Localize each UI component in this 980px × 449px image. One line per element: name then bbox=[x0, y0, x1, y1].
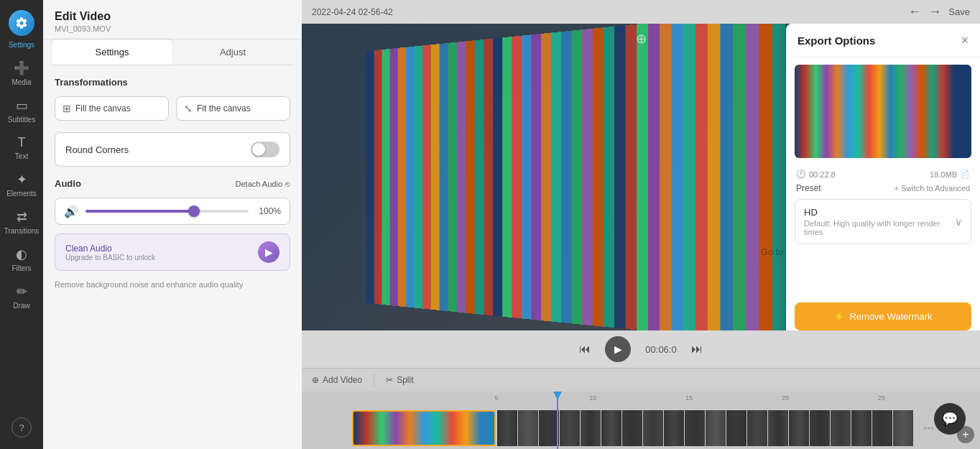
clock-icon: 🕐 bbox=[796, 170, 806, 179]
clean-audio-row: Clean Audio Upgrade to BASIC to unlock ▶ bbox=[55, 233, 290, 271]
clean-audio-subtitle: Upgrade to BASIC to unlock bbox=[65, 254, 155, 261]
thumb-7 bbox=[622, 410, 642, 446]
export-preset-row: Preset + Switch to Advanced bbox=[786, 183, 980, 193]
tab-bar: Settings Adjust bbox=[52, 40, 293, 65]
export-panel: Export Options × 🕐 00:22.8 18.0MB 📄 Pres… bbox=[786, 24, 980, 330]
add-video-icon: ⊕ bbox=[312, 375, 319, 385]
export-meta: 🕐 00:22.8 18.0MB 📄 bbox=[786, 165, 980, 183]
transformations-title: Transformations bbox=[55, 77, 290, 88]
audio-title: Audio bbox=[55, 178, 81, 189]
save-button[interactable]: Save bbox=[948, 6, 970, 17]
sidebar-media-label: Media bbox=[11, 78, 31, 86]
export-duration: 🕐 00:22.8 bbox=[796, 170, 836, 179]
export-thumbnail bbox=[795, 65, 971, 158]
tab-settings[interactable]: Settings bbox=[52, 40, 172, 65]
thumb-19 bbox=[872, 410, 892, 446]
ruler-mark-5: 5 bbox=[448, 394, 545, 402]
volume-slider[interactable] bbox=[85, 204, 249, 218]
clean-audio-button[interactable]: ▶ bbox=[258, 241, 279, 263]
preset-card[interactable]: HD Default: High quality with longer ren… bbox=[795, 199, 971, 244]
slider-track bbox=[85, 210, 249, 213]
thumb-16 bbox=[810, 410, 830, 446]
sidebar-item-media[interactable]: ➕ Media bbox=[3, 56, 40, 91]
timeline-track[interactable] bbox=[352, 410, 958, 446]
sidebar-text-label: Text bbox=[15, 152, 28, 160]
track-highlight bbox=[352, 410, 496, 446]
fill-canvas-icon: ⊞ bbox=[63, 103, 71, 114]
thumb-5 bbox=[581, 410, 601, 446]
filters-icon: ◐ bbox=[16, 246, 27, 262]
preset-description: Default: High quality with longer render… bbox=[804, 219, 955, 236]
switch-advanced-button[interactable]: + Switch to Advanced bbox=[895, 184, 970, 193]
export-header: Export Options × bbox=[786, 24, 980, 57]
play-button[interactable]: ▶ bbox=[605, 336, 631, 362]
export-close-button[interactable]: × bbox=[961, 34, 969, 47]
preset-name: HD bbox=[804, 207, 955, 218]
thumb-14 bbox=[768, 410, 788, 446]
round-corners-row: Round Corners bbox=[55, 132, 290, 167]
chat-button[interactable]: 💬 bbox=[934, 403, 966, 435]
sidebar-item-draw[interactable]: ✏ Draw bbox=[3, 279, 40, 314]
ruler-mark-15: 15 bbox=[641, 394, 737, 402]
subtitles-icon: ▭ bbox=[16, 98, 28, 114]
thumb-17 bbox=[831, 410, 851, 446]
thumb-11 bbox=[706, 410, 726, 446]
split-label: Split bbox=[397, 375, 413, 385]
fill-canvas-button[interactable]: ⊞ Fill the canvas bbox=[55, 96, 169, 121]
video-toolbar: 2022-04-24 02-56-42 ← → Save bbox=[302, 0, 980, 24]
main-area: 2022-04-24 02-56-42 ← → Save ⊕ Activate … bbox=[302, 0, 980, 449]
clean-audio-info: Clean Audio Upgrade to BASIC to unlock bbox=[65, 244, 155, 261]
thumb-8 bbox=[643, 410, 663, 446]
audio-note: Remove background noise and enhance audi… bbox=[55, 279, 290, 290]
volume-percent: 100% bbox=[256, 206, 281, 216]
sidebar-item-subtitles[interactable]: ▭ Subtitles bbox=[3, 93, 40, 128]
add-video-button[interactable]: ⊕ Add Video bbox=[312, 375, 362, 385]
fit-canvas-button[interactable]: ⤡ Fit the canvas bbox=[176, 96, 290, 121]
timeline-strip: 5 10 15 20 25 bbox=[302, 392, 980, 449]
detach-audio-button[interactable]: Detach Audio ⎋ bbox=[236, 180, 290, 188]
sidebar-item-text[interactable]: T Text bbox=[3, 131, 40, 165]
round-corners-toggle[interactable] bbox=[251, 142, 279, 157]
recenter-icon[interactable]: ⊕ bbox=[636, 31, 647, 47]
remove-watermark-label: Remove Watermark bbox=[849, 311, 932, 322]
fill-canvas-label: Fill the canvas bbox=[75, 103, 131, 114]
sidebar-item-elements[interactable]: ✦ Elements bbox=[3, 167, 40, 202]
settings-circle-icon bbox=[9, 10, 34, 36]
preset-info: HD Default: High quality with longer ren… bbox=[804, 207, 955, 236]
video-preview: ⊕ Activate Windows Go to Settings to act… bbox=[302, 24, 980, 330]
file-icon: 📄 bbox=[960, 170, 970, 179]
sidebar-elements-label: Elements bbox=[6, 190, 37, 198]
split-button[interactable]: ✂ Split bbox=[386, 375, 413, 385]
media-icon: ➕ bbox=[14, 60, 29, 76]
thumb-18 bbox=[851, 410, 872, 446]
remove-watermark-icon: ⚡ bbox=[833, 311, 845, 322]
thumb-6 bbox=[601, 410, 621, 446]
sidebar-item-settings[interactable]: Settings bbox=[3, 6, 40, 53]
sidebar-item-filters[interactable]: ◐ Filters bbox=[3, 242, 40, 277]
transitions-icon: ⇄ bbox=[17, 209, 27, 225]
thumb-2 bbox=[518, 410, 538, 446]
volume-icon: 🔊 bbox=[64, 205, 78, 218]
detach-audio-label: Detach Audio bbox=[236, 180, 282, 188]
audio-header: Audio Detach Audio ⎋ bbox=[55, 178, 290, 189]
timeline-controls: ⏮ ▶ 00:06:0 ⏭ bbox=[302, 330, 980, 368]
export-title: Export Options bbox=[798, 34, 875, 47]
help-button[interactable]: ? bbox=[11, 417, 32, 438]
thumb-10 bbox=[685, 410, 705, 446]
sidebar-draw-label: Draw bbox=[13, 302, 29, 310]
playhead bbox=[557, 392, 558, 449]
action-bar: ⊕ Add Video ✂ Split bbox=[302, 368, 980, 392]
undo-icon[interactable]: ← bbox=[908, 4, 921, 19]
thumb-1 bbox=[497, 410, 517, 446]
skip-back-button[interactable]: ⏮ bbox=[579, 343, 591, 356]
redo-icon[interactable]: → bbox=[928, 4, 941, 19]
edit-filename: MVI_0093.MOV bbox=[55, 24, 290, 33]
timecode: 00:06:0 bbox=[645, 344, 676, 355]
skip-forward-button[interactable]: ⏭ bbox=[691, 343, 703, 356]
sidebar-item-transitions[interactable]: ⇄ Transitions bbox=[3, 205, 40, 239]
tab-adjust[interactable]: Adjust bbox=[172, 40, 293, 65]
edit-header: Edit Video MVI_0093.MOV bbox=[43, 0, 302, 40]
timeline-dots bbox=[924, 427, 933, 430]
preset-label: Preset bbox=[796, 183, 821, 193]
remove-watermark-button[interactable]: ⚡ Remove Watermark bbox=[795, 302, 971, 330]
